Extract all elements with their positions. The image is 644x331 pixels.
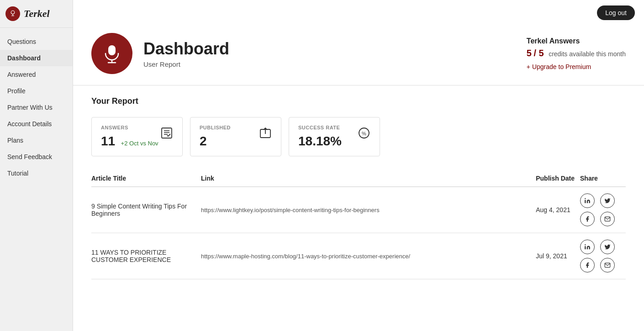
credits-separator: / (533, 48, 538, 58)
header-left: Dashboard User Report (91, 33, 229, 74)
svg-point-14 (585, 244, 586, 245)
svg-rect-3 (108, 45, 116, 55)
credits-label: credits available this month (549, 50, 626, 58)
article-link-2: https://www.maple-hosting.com/blog/11-wa… (201, 233, 536, 279)
share-facebook-2[interactable] (580, 258, 595, 272)
report-section: Your Report ANSWERS 11 +2 Oct vs Nov (73, 85, 644, 290)
upgrade-link[interactable]: + Upgrade to Premium (527, 63, 626, 70)
stat-value-success: 18.18% (298, 134, 342, 148)
svg-text:%: % (362, 131, 366, 136)
article-share-1 (580, 187, 626, 233)
stat-content-answers: ANSWERS 11 +2 Oct vs Nov (101, 125, 158, 149)
sidebar-item-plans[interactable]: Plans (0, 132, 73, 149)
article-date-2: Jul 9, 2021 (536, 233, 580, 279)
stat-value-answers: 11 (101, 134, 115, 148)
stat-value-row-success: 18.18% (298, 134, 342, 149)
stat-value-row-answers: 11 +2 Oct vs Nov (101, 134, 158, 149)
page-title: Dashboard (143, 39, 229, 59)
answers-icon (160, 127, 173, 142)
credits-total: 5 (539, 48, 544, 58)
logo-icon (5, 6, 20, 21)
published-icon (259, 127, 272, 142)
sidebar-item-dashboard[interactable]: Dashboard (0, 50, 73, 66)
page-subtitle: User Report (143, 60, 229, 68)
credits-used: 5 (527, 48, 532, 58)
stat-value-published: 2 (200, 134, 207, 148)
stat-value-row-published: 2 (200, 134, 231, 149)
stats-row: ANSWERS 11 +2 Oct vs Nov (91, 117, 626, 156)
sidebar-item-questions[interactable]: Questions (0, 33, 73, 50)
sidebar-item-account[interactable]: Account Details (0, 116, 73, 132)
share-facebook-1[interactable] (580, 212, 595, 226)
share-linkedin-2[interactable] (580, 240, 595, 254)
sidebar-nav: Questions Dashboard Answered Profile Par… (0, 32, 73, 183)
sidebar-item-partner[interactable]: Partner With Us (0, 99, 73, 116)
sidebar-item-tutorial[interactable]: Tutorial (0, 165, 73, 182)
header-title: Dashboard User Report (143, 39, 229, 68)
table-row: 9 Simple Content Writing Tips For Beginn… (91, 187, 626, 233)
share-email-1[interactable] (600, 212, 615, 226)
credits-section: Terkel Answers 5 / 5 credits available t… (527, 37, 626, 70)
logo: Terkel (0, 0, 73, 28)
report-title: Your Report (91, 96, 626, 106)
svg-rect-6 (162, 128, 172, 138)
col-header-share: Share (580, 171, 626, 187)
article-title-1: 9 Simple Content Writing Tips For Beginn… (91, 187, 201, 233)
share-email-2[interactable] (600, 258, 615, 272)
table-row: 11 WAYS TO PRIORITIZE CUSTOMER EXPERIENC… (91, 233, 626, 279)
sidebar: Terkel Questions Dashboard Answered Prof… (0, 0, 73, 331)
stat-card-published: PUBLISHED 2 (190, 117, 281, 156)
logo-text: Terkel (24, 8, 50, 20)
svg-point-13 (585, 198, 586, 199)
mic-avatar (91, 33, 132, 74)
col-header-link: Link (201, 171, 536, 187)
share-twitter-2[interactable] (600, 240, 615, 254)
stat-card-answers: ANSWERS 11 +2 Oct vs Nov (91, 117, 183, 156)
share-twitter-1[interactable] (600, 193, 615, 208)
stat-content-success: SUCCESS RATE 18.18% (298, 125, 342, 149)
topbar: Log out (73, 0, 644, 26)
stat-label-answers: ANSWERS (101, 125, 158, 130)
dashboard-header: Dashboard User Report Terkel Answers 5 /… (73, 26, 644, 85)
stat-label-published: PUBLISHED (200, 125, 231, 130)
stat-card-success-rate: SUCCESS RATE 18.18% % (289, 117, 380, 156)
main-content: Log out Dashboard User Report Terkel Ans… (73, 0, 644, 331)
stat-content-published: PUBLISHED 2 (200, 125, 231, 149)
article-link-1: https://www.lightkey.io/post/simple-cont… (201, 187, 536, 233)
share-linkedin-1[interactable] (580, 193, 595, 208)
articles-table: Article Title Link Publish Date Share 9 … (91, 171, 626, 279)
credits-section-title: Terkel Answers (527, 37, 626, 45)
sidebar-item-feedback[interactable]: Send Feedback (0, 149, 73, 165)
success-rate-icon: % (358, 127, 370, 142)
sidebar-item-answered[interactable]: Answered (0, 66, 73, 83)
col-header-title: Article Title (91, 171, 201, 187)
article-date-1: Aug 4, 2021 (536, 187, 580, 233)
credits-row: 5 / 5 credits available this month (527, 48, 626, 59)
article-title-2: 11 WAYS TO PRIORITIZE CUSTOMER EXPERIENC… (91, 233, 201, 279)
stat-label-success: SUCCESS RATE (298, 125, 342, 130)
logout-button[interactable]: Log out (597, 5, 635, 20)
stat-badge-answers: +2 Oct vs Nov (121, 140, 158, 147)
article-share-2 (580, 233, 626, 279)
col-header-date: Publish Date (536, 171, 580, 187)
sidebar-item-profile[interactable]: Profile (0, 83, 73, 99)
